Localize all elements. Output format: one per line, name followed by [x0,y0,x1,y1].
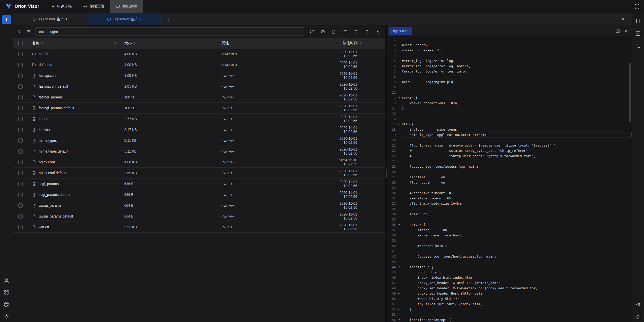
row-checkbox[interactable] [18,171,23,175]
code-line[interactable]: 46 index index.html index.htm; [387,275,632,280]
code-line[interactable]: 3worker_processes 1; [387,48,632,53]
code-line[interactable]: 53 [387,312,632,317]
code-line[interactable]: 40 #charset koi8-r; [387,243,632,248]
table-row[interactable]: uwsgi_params.default 664 B -rw-r--r-- 20… [13,211,385,222]
table-row[interactable]: koi-win 2.17 KB -rw-r--r-- 2020-11-01 10… [13,124,385,135]
row-checkbox[interactable] [18,128,23,132]
code-line[interactable]: 16 [387,116,632,122]
fold-chevron-icon[interactable] [396,122,402,127]
code-line[interactable]: 38 server_name localhost; [387,233,632,238]
fold-chevron-icon[interactable] [396,95,402,100]
table-row[interactable]: default.d 4.00 KB drwxr-xr-x 2020-11-01 … [13,59,385,70]
terminal-tab-1[interactable]: (1) server-生产-1 [13,13,87,25]
code-line[interactable]: 49 proxy_set_header Host $http_host; [387,291,632,296]
row-checkbox[interactable] [18,193,23,197]
table-row[interactable]: fastcgi_params 1007 B -rw-r--r-- 2020-11… [13,92,385,103]
table-row[interactable]: fastcgi_params.default 1007 B -rw-r--r--… [13,103,385,114]
menu-host-terminal[interactable]: 主机终端 [110,0,143,13]
code-line[interactable]: 13 worker_connections 1024; [387,100,632,106]
code-line[interactable]: 29 [387,185,632,190]
fullscreen-icon[interactable] [634,4,640,9]
code-line[interactable]: 52 } [387,307,632,312]
code-line[interactable]: 50 # web history 模式 404 [387,296,632,301]
path-breadcrumb[interactable]: etc / nginx [35,27,304,36]
transfer-icon[interactable] [634,42,642,50]
code-line[interactable]: 8 [387,74,632,79]
filter-funnel-icon[interactable] [113,41,117,45]
code-line[interactable]: 9#pid logs/nginx.pid; [387,79,632,85]
table-row[interactable]: nginx.conf 4.68 KB -rw-r--r-- 2024-12-10… [13,157,385,168]
back-icon[interactable] [16,28,23,35]
delete-trash-icon[interactable] [353,28,359,35]
new-file-icon[interactable] [331,28,337,35]
code-line[interactable]: 15 [387,111,632,116]
row-checkbox[interactable] [18,138,23,143]
table-row[interactable]: conf.d 4.00 KB drwxr-xr-x 2020-11-01 10:… [13,49,385,59]
table-row[interactable]: mime.types 5.11 KB -rw-r--r-- 2020-11-01… [13,135,385,146]
code-line[interactable]: 19 default_type application/octet-stream… [387,132,632,137]
code-line[interactable]: 11 [387,90,632,95]
settings-gear-icon[interactable] [3,312,10,320]
code-line[interactable]: 32 client_max_body_size 1048m; [387,201,632,206]
row-checkbox[interactable] [18,84,23,89]
code-line[interactable]: 41 [387,248,632,254]
open-editor-icon[interactable] [634,30,642,37]
code-line[interactable]: 35 [387,217,632,222]
download-icon[interactable] [375,28,381,35]
code-line[interactable]: 7#error_log logs/error.log info; [387,69,632,74]
code-line[interactable]: 24 [387,159,632,164]
row-checkbox[interactable] [18,95,23,99]
new-terminal-button[interactable]: + [2,15,11,24]
table-row[interactable]: scgi_params.default 636 B -rw-r--r-- 202… [13,189,385,200]
close-panel-icon[interactable]: × [622,13,632,25]
save-icon[interactable] [615,28,620,33]
refresh-icon[interactable] [308,28,315,35]
sort-size-icon[interactable] [133,42,135,45]
code-line[interactable]: 54 location /orion/api { [387,317,632,322]
editor-file-tab[interactable]: nginx.conf [389,27,412,35]
code-line[interactable]: 43 [387,259,632,264]
code-line[interactable]: 21 #log_format main '$remote_addr - $rem… [387,143,632,148]
row-checkbox[interactable] [18,214,23,219]
code-line[interactable]: 51 try_files $uri $uri/ /index.html; [387,301,632,307]
row-checkbox[interactable] [18,160,23,164]
code-line[interactable]: 36 server { [387,222,632,227]
code-line[interactable]: 47 proxy_set_header X-Real-IP $remote_ad… [387,280,632,285]
braces-icon[interactable]: {} [634,17,642,25]
row-checkbox[interactable] [18,63,23,67]
code-line[interactable]: 26 [387,169,632,174]
code-line[interactable]: 31 keepalive_timeout 65; [387,196,632,201]
code-line[interactable]: 42 #access_log logs/host.access.log main… [387,254,632,259]
code-line[interactable]: 37 listen 80; [387,227,632,233]
upload-icon[interactable] [364,28,370,35]
fold-chevron-icon[interactable] [396,317,402,322]
send-icon[interactable] [634,301,642,308]
code-line[interactable]: 48 proxy_set_header X-Forwarded-For $pro… [387,285,632,291]
code-line[interactable]: 23 # '"$http_user_agent" "$http_x_forwar… [387,153,632,159]
code-line[interactable]: 5#error_log logs/error.log; [387,58,632,63]
code-line[interactable]: 4 [387,53,632,58]
row-checkbox[interactable] [18,225,23,229]
select-all-checkbox[interactable] [18,41,23,45]
code-line[interactable]: 22 # '$status $body_bytes_sent "$http_re… [387,148,632,153]
menu-new-connection[interactable]: + 新建连接 [46,0,77,13]
row-checkbox[interactable] [18,52,23,56]
code-line[interactable]: 2#user nobody; [387,42,632,48]
row-checkbox[interactable] [18,203,23,208]
code-line[interactable]: 18 include mime.types; [387,127,632,132]
breadcrumb-segment[interactable]: etc [39,30,44,34]
code-line[interactable]: 14} [387,106,632,111]
table-row[interactable]: fastcgi.conf.default 1.05 KB -rw-r--r-- … [13,81,385,92]
table-row[interactable]: mime.types.default 5.11 KB -rw-r--r-- 20… [13,146,385,157]
theme-icon[interactable] [3,301,10,308]
list-icon[interactable] [26,28,32,35]
panel-resize-handle[interactable] [385,25,387,322]
add-tab-button[interactable]: + [162,13,176,25]
code-line[interactable]: 17http { [387,122,632,127]
breadcrumb-segment[interactable]: nginx [50,30,59,34]
fold-chevron-icon[interactable] [396,222,402,227]
camera-icon[interactable] [634,313,642,321]
table-row[interactable]: fastcgi.conf 1.05 KB -rw-r--r-- 2020-11-… [13,70,385,81]
code-line[interactable]: 44 location / { [387,264,632,270]
preview-eye-icon[interactable] [319,28,326,35]
